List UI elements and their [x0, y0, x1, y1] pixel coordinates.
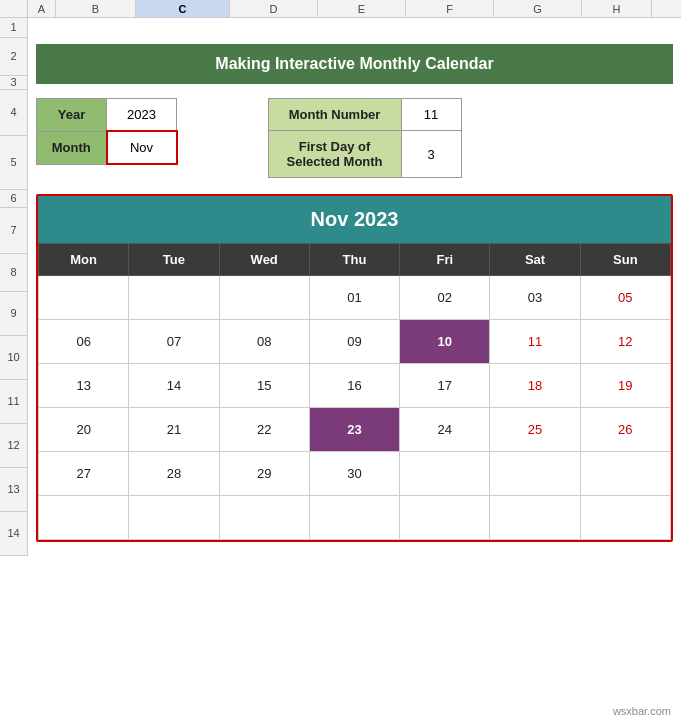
calendar-day-cell: 08: [219, 320, 309, 364]
year-value[interactable]: 2023: [107, 99, 177, 132]
day-header-thu: Thu: [309, 244, 399, 276]
calendar-day-cell: 01: [309, 276, 399, 320]
row-5: 5: [0, 136, 27, 190]
calendar-day-cell: 03: [490, 276, 580, 320]
calendar-day-cell: 05: [580, 276, 670, 320]
col-H: H: [582, 0, 652, 17]
calendar-day-cell: [490, 496, 580, 540]
top-section: Year 2023 Month Nov Month Number 11: [36, 98, 673, 178]
row-11: 11: [0, 380, 27, 424]
calendar-day-cell: 24: [400, 408, 490, 452]
first-day-value: 3: [401, 131, 461, 178]
col-D: D: [230, 0, 318, 17]
calendar-day-cell: 14: [129, 364, 219, 408]
row-13: 13: [0, 468, 27, 512]
spreadsheet: A B C D E F G H 1 2 3 4 5 6 7 8 9 10 11 …: [0, 0, 681, 723]
day-header-tue: Tue: [129, 244, 219, 276]
calendar-day-cell: [129, 496, 219, 540]
calendar-day-cell: 29: [219, 452, 309, 496]
calendar-day-cell: 21: [129, 408, 219, 452]
calendar-day-cell: 13: [39, 364, 129, 408]
col-headers: A B C D E F G H: [0, 0, 681, 18]
calendar-title: Nov 2023: [38, 196, 671, 243]
calendar-day-cell: 20: [39, 408, 129, 452]
sheet-content: Making Interactive Monthly Calendar Year…: [28, 18, 681, 556]
day-header-sat: Sat: [490, 244, 580, 276]
row-3: 3: [0, 76, 27, 90]
calendar-day-cell: 22: [219, 408, 309, 452]
input-table: Year 2023 Month Nov: [36, 98, 178, 165]
month-value[interactable]: Nov: [107, 131, 177, 164]
col-C-active: C: [136, 0, 230, 17]
row-14: 14: [0, 512, 27, 556]
col-A: A: [28, 0, 56, 17]
calendar-day-cell: [400, 452, 490, 496]
calendar-day-cell: 23: [309, 408, 399, 452]
spreadsheet-title: Making Interactive Monthly Calendar: [36, 44, 673, 84]
row-6: 6: [0, 190, 27, 208]
month-label: Month: [37, 131, 107, 164]
calendar-day-cell: 11: [490, 320, 580, 364]
month-number-label: Month Number: [268, 99, 401, 131]
corner-cell: [0, 0, 28, 17]
calendar-container: Nov 2023 Mon Tue Wed Thu Fri Sat Sun: [36, 194, 673, 542]
row-4: 4: [0, 90, 27, 136]
calendar-day-cell: [580, 452, 670, 496]
calendar-day-cell: [219, 276, 309, 320]
watermark: wsxbar.com: [613, 705, 671, 717]
calendar-day-cell: 09: [309, 320, 399, 364]
calendar-day-cell: 12: [580, 320, 670, 364]
calendar-day-cell: 17: [400, 364, 490, 408]
calendar-day-cell: [580, 496, 670, 540]
calendar-day-cell: 28: [129, 452, 219, 496]
year-label: Year: [37, 99, 107, 132]
calendar-day-cell: 02: [400, 276, 490, 320]
col-F: F: [406, 0, 494, 17]
calendar-grid: Mon Tue Wed Thu Fri Sat Sun 010203050607…: [38, 243, 671, 540]
row-headers: 1 2 3 4 5 6 7 8 9 10 11 12 13 14: [0, 18, 28, 556]
col-B: B: [56, 0, 136, 17]
month-number-value: 11: [401, 99, 461, 131]
calendar-day-cell: [400, 496, 490, 540]
calendar-day-cell: 19: [580, 364, 670, 408]
calendar-week-row: 13141516171819: [39, 364, 671, 408]
day-header-sun: Sun: [580, 244, 670, 276]
calendar-day-cell: 10: [400, 320, 490, 364]
day-header-fri: Fri: [400, 244, 490, 276]
day-header-mon: Mon: [39, 244, 129, 276]
info-table: Month Number 11 First Day of Selected Mo…: [268, 98, 462, 178]
calendar-day-cell: 15: [219, 364, 309, 408]
calendar-day-cell: 07: [129, 320, 219, 364]
calendar-week-row: 06070809101112: [39, 320, 671, 364]
calendar-day-cell: [39, 276, 129, 320]
sheet-body: 1 2 3 4 5 6 7 8 9 10 11 12 13 14 Making …: [0, 18, 681, 556]
row-8: 8: [0, 254, 27, 292]
first-day-label: First Day of Selected Month: [268, 131, 401, 178]
col-E: E: [318, 0, 406, 17]
calendar-day-cell: 18: [490, 364, 580, 408]
row-2: 2: [0, 38, 27, 76]
row-7: 7: [0, 208, 27, 254]
calendar-day-cell: [129, 276, 219, 320]
row-1: 1: [0, 18, 27, 38]
calendar-week-row: [39, 496, 671, 540]
calendar-day-cell: 25: [490, 408, 580, 452]
calendar-day-cell: 06: [39, 320, 129, 364]
calendar-week-row: 27282930: [39, 452, 671, 496]
calendar-day-cell: 26: [580, 408, 670, 452]
row-12: 12: [0, 424, 27, 468]
col-G: G: [494, 0, 582, 17]
calendar-day-cell: 27: [39, 452, 129, 496]
calendar-day-cell: 16: [309, 364, 399, 408]
calendar-header-row: Mon Tue Wed Thu Fri Sat Sun: [39, 244, 671, 276]
calendar-day-cell: [490, 452, 580, 496]
row-9: 9: [0, 292, 27, 336]
calendar-day-cell: [219, 496, 309, 540]
calendar-week-row: 20212223242526: [39, 408, 671, 452]
calendar-day-cell: [39, 496, 129, 540]
calendar-week-row: 01020305: [39, 276, 671, 320]
calendar-day-cell: [309, 496, 399, 540]
day-header-wed: Wed: [219, 244, 309, 276]
calendar-day-cell: 30: [309, 452, 399, 496]
row-10: 10: [0, 336, 27, 380]
